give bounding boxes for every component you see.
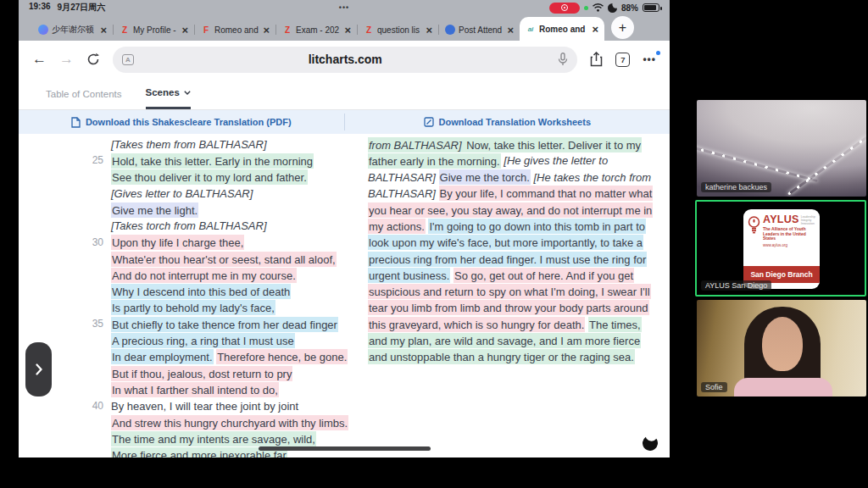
line-number [81, 414, 103, 430]
close-tab-icon[interactable]: × [181, 25, 188, 36]
download-pdf-link[interactable]: Download this Shakescleare Translation (… [19, 110, 344, 134]
line-number [81, 284, 103, 300]
browser-tab[interactable]: 少年谢尔顿× [32, 19, 113, 41]
participant-video-aylus[interactable]: AYLUS Leadership Integrity Innovation Th… [695, 200, 866, 297]
tab-label: 少年谢尔顿 [52, 24, 97, 36]
verse-line: 30Upon thy life I charge thee, [81, 235, 348, 251]
browser-menu-button[interactable]: ••• [643, 53, 656, 65]
video-app-icon [38, 25, 48, 35]
line-number [81, 218, 103, 234]
url-text[interactable]: litcharts.com [113, 53, 577, 66]
string-lights [787, 136, 866, 195]
participant-face [762, 317, 803, 371]
line-number [81, 365, 103, 381]
line-number [81, 251, 103, 267]
line-number [81, 300, 103, 316]
f-app-icon: F [201, 25, 211, 35]
text-segment: But if thou, jealous, dost return to pry [111, 366, 292, 381]
verse-line: But if thou, jealous, dost return to pry [81, 365, 348, 381]
do-not-disturb-moon-icon [608, 3, 617, 13]
verse-text: See thou deliver it to my lord and fathe… [111, 169, 308, 186]
aylus-logo-card: AYLUS Leadership Integrity Innovation Th… [743, 209, 820, 289]
dark-mode-moon-toggle[interactable] [643, 435, 658, 451]
new-tab-button[interactable]: + [611, 16, 634, 39]
text-segment: Why I descend into this bed of death [111, 284, 291, 299]
verse-text: Whate'er thou hear'st or seest, stand al… [111, 251, 337, 267]
battery-percent: 88% [621, 3, 638, 13]
browser-tab[interactable]: Post Attend× [439, 19, 520, 41]
text-segment: [Gives letter to BALTHASAR] [111, 187, 253, 200]
verse-line: And strew this hungry churchyard with th… [81, 414, 348, 430]
battery-icon [643, 3, 659, 12]
download-worksheets-link[interactable]: Download Translation Worksheets [345, 110, 670, 134]
text-segment: Give me the light. [111, 202, 198, 218]
screen-recording-indicator[interactable] [549, 3, 580, 14]
aylus-lightbulb-icon [748, 215, 760, 235]
side-panel-toggle[interactable] [25, 342, 52, 396]
line-number: 30 [81, 235, 103, 251]
address-bar[interactable]: A litcharts.com [113, 47, 577, 73]
verse-text: [Takes torch from BALTHASAR] [111, 218, 267, 234]
verse-text: Give me the light. [111, 202, 198, 218]
attendance-app-icon [445, 25, 455, 35]
verse-line: [Gives letter to BALTHASAR] [81, 186, 348, 202]
verse-line: And do not interrupt me in my course. [81, 267, 348, 283]
status-more-dots: ••• [339, 3, 349, 12]
clock: 19:36 [29, 2, 51, 14]
verse-text: Hold, take this letter. Early in the mor… [111, 152, 314, 169]
browser-tab-active[interactable]: aiRomeo and× [520, 17, 604, 41]
tab-label: Romeo and [214, 25, 259, 35]
browser-tab[interactable]: Zquestion lis× [358, 19, 438, 41]
browser-tab[interactable]: ZMy Profile -× [114, 19, 194, 41]
browser-tab-bar: 少年谢尔顿×ZMy Profile -×FRomeo and×ZExam - 2… [19, 15, 670, 41]
verse-line: Is partly to behold my lady's face, [81, 300, 348, 316]
text-segment: A precious ring, a ring that I must use [111, 333, 295, 348]
line-number: 40 [81, 398, 103, 414]
close-tab-icon[interactable]: × [100, 25, 107, 36]
shakescleare-translation-panel: [Takes them from BALTHASAR]25Hold, take … [19, 134, 670, 458]
tab-label: Post Attend [459, 25, 504, 35]
z-app-icon: Z [364, 25, 374, 35]
participant-video-sofie[interactable]: Sofie [697, 300, 866, 396]
text-segment: [Takes torch from BALTHASAR] [111, 219, 267, 232]
close-tab-icon[interactable]: × [592, 24, 598, 35]
line-number [81, 381, 103, 397]
download-bar: Download this Shakescleare Translation (… [19, 110, 670, 134]
aylus-website: www.aylus.org [763, 243, 816, 247]
close-tab-icon[interactable]: × [344, 25, 351, 36]
browser-tab[interactable]: ZExam - 202× [276, 19, 357, 41]
close-tab-icon[interactable]: × [507, 25, 514, 36]
participant-video-katherine[interactable]: katherine backues [697, 100, 866, 197]
verse-line: [Takes them from BALTHASAR] [81, 136, 348, 152]
date: 9月27日周六 [58, 2, 106, 14]
line-number [81, 349, 103, 365]
verse-line: 35But chiefly to take thence from her de… [81, 316, 348, 332]
forward-button[interactable]: → [59, 51, 74, 68]
zoom-meeting-screen: 19:36 9月27日周六 ••• 88% 少年谢尔顿×ZMy Pro [0, 0, 868, 488]
share-icon[interactable] [590, 52, 603, 67]
text-segment: The time and my intents are savage, wild… [111, 431, 316, 446]
string-lights [697, 146, 818, 182]
horizontal-scrollbar[interactable] [259, 446, 431, 451]
line-number [81, 333, 103, 349]
chevron-down-icon [184, 91, 191, 95]
worksheet-pencil-icon [424, 117, 434, 127]
tab-label: Exam - 202 [296, 25, 341, 35]
reload-button[interactable] [86, 53, 100, 66]
verse-line: A precious ring, a ring that I must use [81, 333, 348, 349]
tab-switcher-button[interactable]: 7 [615, 53, 630, 67]
litcharts-logo-icon: ai [526, 24, 536, 34]
close-tab-icon[interactable]: × [426, 25, 432, 36]
line-number [81, 136, 103, 152]
table-of-contents-link[interactable]: Table of Contents [46, 89, 122, 99]
back-button[interactable]: ← [32, 51, 47, 68]
verse-line: In what I farther shall intend to do, [81, 381, 348, 397]
text-segment: Therefore hence, be gone. [216, 349, 348, 364]
close-tab-icon[interactable]: × [263, 25, 270, 36]
scenes-dropdown[interactable]: Scenes [146, 78, 191, 109]
verse-line: 40By heaven, I will tear thee joint by j… [81, 398, 348, 414]
text-segment: Give me the torch. [439, 169, 531, 185]
verse-text: The time and my intents are savage, wild… [111, 430, 316, 446]
aylus-org-name: AYLUS [763, 215, 799, 225]
browser-tab[interactable]: FRomeo and× [195, 19, 275, 41]
